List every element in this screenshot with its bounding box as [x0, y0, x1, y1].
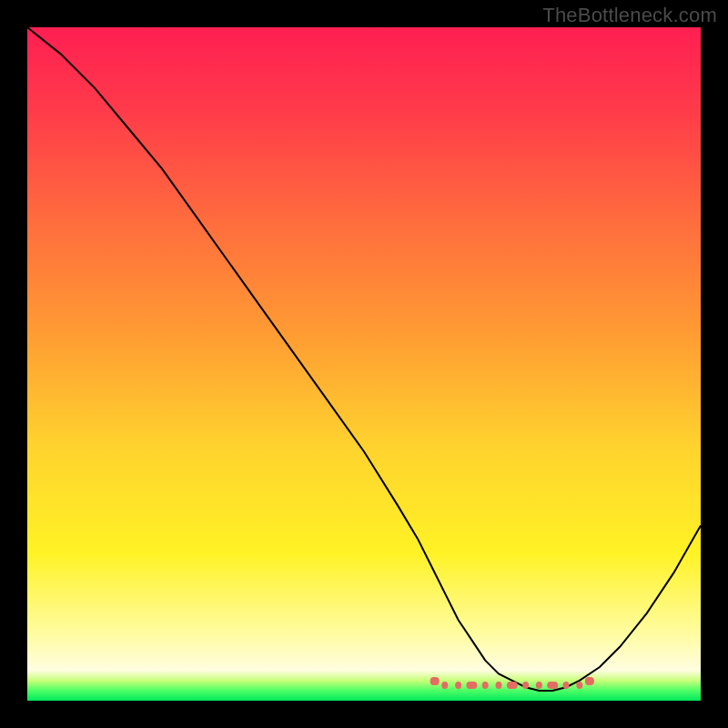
optimal-marker: [576, 682, 582, 689]
watermark-label: TheBottleneck.com: [542, 4, 717, 27]
optimal-marker: [547, 682, 558, 689]
bottleneck-chart: [0, 0, 728, 728]
optimal-marker: [507, 682, 518, 689]
optimal-marker: [536, 682, 542, 689]
chart-frame: TheBottleneck.com: [0, 0, 728, 728]
optimal-marker: [441, 682, 448, 689]
optimal-marker: [563, 682, 570, 689]
optimal-marker: [466, 682, 477, 689]
optimal-marker: [455, 682, 461, 689]
optimal-marker: [496, 682, 502, 689]
optimal-marker-end: [430, 677, 440, 685]
optimal-marker: [522, 682, 529, 689]
optimal-marker: [482, 682, 489, 689]
optimal-marker-end: [585, 677, 594, 685]
